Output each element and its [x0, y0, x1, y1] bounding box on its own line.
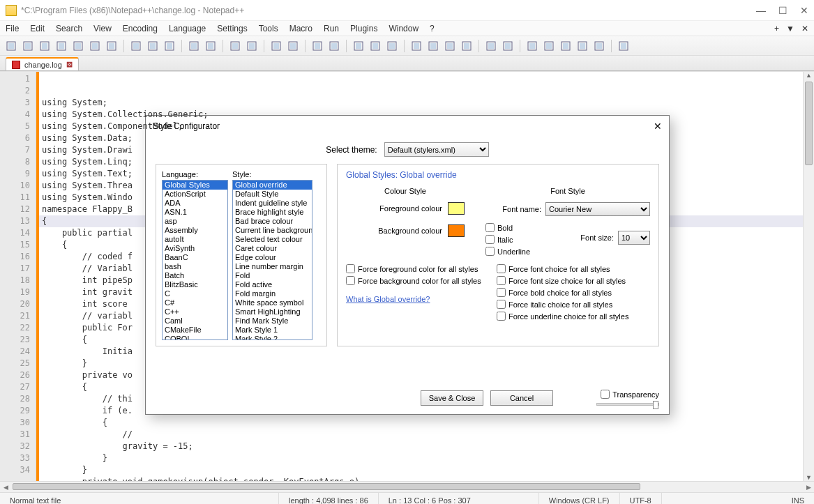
status-eol[interactable]: Windows (CR LF) [539, 493, 620, 504]
app-icon [6, 5, 17, 16]
menu-plugins[interactable]: Plugins [350, 24, 377, 33]
save-icon[interactable] [38, 39, 52, 53]
menubar: FileEditSearchViewEncodingLanguageSettin… [0, 21, 814, 36]
status-encoding[interactable]: UTF-8 [620, 493, 662, 504]
play-icon[interactable] [559, 39, 573, 53]
scroll-up-arrow[interactable]: ▲ [804, 72, 814, 79]
close-button[interactable]: ✕ [800, 5, 808, 16]
doc-map-icon[interactable] [443, 39, 457, 53]
menuright-btn[interactable]: ✕ [801, 24, 808, 33]
zoom-in-icon[interactable] [269, 39, 283, 53]
status-filetype: Normal text file [0, 493, 279, 504]
menu-edit[interactable]: Edit [30, 24, 45, 33]
menu-encoding[interactable]: Encoding [123, 24, 158, 33]
monitor-icon[interactable] [617, 39, 631, 53]
svg-rect-9 [75, 43, 81, 49]
comment-icon[interactable] [484, 39, 498, 53]
menu-language[interactable]: Language [169, 24, 206, 33]
menu-window[interactable]: Window [389, 24, 419, 33]
close-all-icon[interactable] [88, 39, 102, 53]
menu-?[interactable]: ? [430, 24, 435, 33]
svg-rect-47 [447, 43, 453, 49]
menu-view[interactable]: View [93, 24, 112, 33]
svg-rect-57 [546, 43, 552, 49]
sync-v-icon[interactable] [310, 39, 324, 53]
menu-tools[interactable]: Tools [259, 24, 278, 33]
toolbar [0, 36, 814, 56]
file-tab[interactable]: change.log ⊠ [6, 57, 79, 70]
menu-settings[interactable]: Settings [217, 24, 247, 33]
menu-run[interactable]: Run [324, 24, 339, 33]
svg-rect-45 [430, 43, 436, 49]
svg-rect-27 [249, 43, 255, 49]
maximize-button[interactable]: ☐ [778, 5, 787, 16]
line-gutter: 1234567891011121314151617181920212223242… [0, 72, 36, 481]
svg-rect-5 [42, 43, 47, 49]
svg-rect-55 [529, 43, 535, 49]
stop-icon[interactable] [542, 39, 556, 53]
paste-icon[interactable] [163, 39, 176, 53]
find-icon[interactable] [228, 39, 242, 53]
menu-macro[interactable]: Macro [289, 24, 312, 33]
minimize-button[interactable]: — [756, 5, 766, 16]
cut-icon[interactable] [129, 39, 143, 53]
print-icon[interactable] [105, 39, 119, 53]
status-insert[interactable]: INS [662, 493, 814, 504]
svg-rect-61 [580, 43, 585, 49]
svg-rect-17 [150, 43, 156, 49]
save-macro-icon[interactable] [592, 39, 606, 53]
svg-rect-21 [191, 43, 197, 49]
menu-file[interactable]: File [6, 24, 19, 33]
hscroll-thumb[interactable] [13, 483, 640, 490]
scroll-thumb[interactable] [805, 82, 813, 165]
svg-rect-41 [389, 43, 395, 49]
unsaved-icon [12, 61, 20, 69]
svg-rect-65 [621, 43, 626, 49]
save-all-icon[interactable] [54, 39, 68, 53]
word-wrap-icon[interactable] [352, 39, 365, 53]
scroll-right-arrow[interactable]: ▶ [803, 484, 814, 491]
menuright-btn[interactable]: ▼ [786, 24, 794, 33]
unfold-icon[interactable] [426, 39, 440, 53]
redo-icon[interactable] [204, 39, 218, 53]
fold-icon[interactable] [409, 39, 423, 53]
svg-rect-3 [25, 43, 31, 49]
func-list-icon[interactable] [460, 39, 474, 53]
open-file-icon[interactable] [21, 39, 35, 53]
new-file-icon[interactable] [4, 39, 18, 53]
indent-icon[interactable] [385, 39, 399, 53]
scroll-down-arrow[interactable]: ▼ [804, 474, 814, 481]
svg-rect-43 [414, 43, 419, 49]
undo-icon[interactable] [187, 39, 201, 53]
menuright-btn[interactable]: + [774, 24, 779, 33]
svg-rect-33 [315, 43, 320, 49]
uncomment-icon[interactable] [501, 39, 515, 53]
svg-rect-51 [488, 43, 494, 49]
svg-rect-37 [356, 43, 361, 49]
svg-rect-25 [232, 43, 238, 49]
copy-icon[interactable] [146, 39, 160, 53]
svg-rect-11 [92, 43, 98, 49]
tabbar: change.log ⊠ [0, 56, 814, 71]
svg-rect-53 [505, 43, 511, 49]
svg-rect-63 [596, 43, 602, 49]
menu-search[interactable]: Search [56, 24, 82, 33]
scroll-left-arrow[interactable]: ◀ [0, 484, 11, 491]
close-icon[interactable] [71, 39, 85, 53]
horizontal-scrollbar[interactable]: ◀ ▶ [0, 481, 814, 492]
code-area[interactable]: using System; using System.Collections.G… [39, 72, 803, 481]
status-position: Ln : 13 Col : 6 Pos : 307 [379, 493, 539, 504]
all-chars-icon[interactable] [368, 39, 382, 53]
record-icon[interactable] [525, 39, 539, 53]
svg-rect-1 [8, 43, 14, 49]
svg-rect-49 [464, 43, 469, 49]
titlebar: *C:\Program Files (x86)\Notepad++\change… [0, 0, 814, 21]
svg-rect-31 [290, 43, 296, 49]
tab-close-icon[interactable]: ⊠ [66, 60, 73, 69]
vertical-scrollbar[interactable]: ▲ ▼ [803, 72, 814, 481]
zoom-out-icon[interactable] [286, 39, 300, 53]
sync-h-icon[interactable] [327, 39, 341, 53]
editor: 1234567891011121314151617181920212223242… [0, 71, 814, 481]
play-multi-icon[interactable] [575, 39, 589, 53]
replace-icon[interactable] [245, 39, 259, 53]
